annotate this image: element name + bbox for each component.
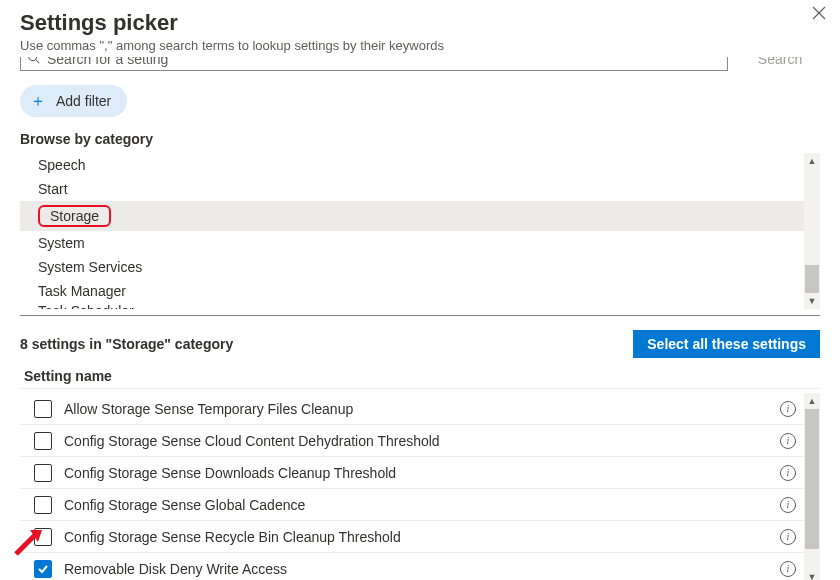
checkbox[interactable] [34,528,52,546]
svg-line-1 [36,59,40,63]
checkbox[interactable] [34,560,52,578]
setting-row[interactable]: Config Storage Sense Recycle Bin Cleanup… [20,521,804,553]
search-button[interactable]: Search [740,57,820,71]
setting-label: Config Storage Sense Cloud Content Dehyd… [64,433,768,449]
close-icon[interactable] [812,6,826,24]
category-item-system-services[interactable]: System Services [20,255,804,279]
info-icon[interactable]: i [780,529,796,545]
category-item-system[interactable]: System [20,231,804,255]
scroll-down-icon[interactable]: ▼ [804,293,820,309]
results-count: 8 settings in "Storage" category [20,336,233,352]
scrollbar-thumb[interactable] [805,265,819,293]
checkbox[interactable] [34,496,52,514]
browse-heading: Browse by category [20,131,820,147]
category-list[interactable]: Speech Start Storage System System Servi… [20,153,820,309]
page-title: Settings picker [20,10,820,36]
setting-row[interactable]: Config Storage Sense Global Cadence i [20,489,804,521]
info-icon[interactable]: i [780,561,796,577]
page-subtitle: Use commas "," among search terms to loo… [20,38,820,53]
setting-row[interactable]: Allow Storage Sense Temporary Files Clea… [20,393,804,425]
setting-label: Removable Disk Deny Write Access [64,561,768,577]
settings-scrollbar[interactable]: ▲ ▼ [804,393,820,580]
category-scrollbar[interactable]: ▲ ▼ [804,153,820,309]
info-icon[interactable]: i [780,433,796,449]
settings-list: Allow Storage Sense Temporary Files Clea… [20,393,820,580]
search-icon [27,57,41,68]
search-input-container[interactable] [20,57,728,71]
category-item-speech[interactable]: Speech [20,153,804,177]
plus-icon: ＋ [30,93,46,109]
add-filter-label: Add filter [56,93,111,109]
setting-label: Allow Storage Sense Temporary Files Clea… [64,401,768,417]
scroll-up-icon[interactable]: ▲ [804,153,820,169]
checkbox[interactable] [34,400,52,418]
select-all-button[interactable]: Select all these settings [633,330,820,358]
category-item-task-manager[interactable]: Task Manager [20,279,804,303]
info-icon[interactable]: i [780,401,796,417]
setting-row[interactable]: Config Storage Sense Downloads Cleanup T… [20,457,804,489]
checkbox[interactable] [34,464,52,482]
add-filter-button[interactable]: ＋ Add filter [20,85,127,117]
scrollbar-thumb[interactable] [805,409,819,549]
search-input[interactable] [41,57,721,70]
info-icon[interactable]: i [780,465,796,481]
setting-label: Config Storage Sense Downloads Cleanup T… [64,465,768,481]
setting-row[interactable]: Removable Disk Deny Write Access i [20,553,804,580]
category-item-task-scheduler[interactable]: Task Scheduler [20,303,804,309]
scroll-up-icon[interactable]: ▲ [804,393,820,409]
scroll-down-icon[interactable]: ▼ [804,569,820,580]
setting-label: Config Storage Sense Recycle Bin Cleanup… [64,529,768,545]
category-item-storage[interactable]: Storage [20,201,804,231]
setting-label: Config Storage Sense Global Cadence [64,497,768,513]
info-icon[interactable]: i [780,497,796,513]
setting-row[interactable]: Config Storage Sense Cloud Content Dehyd… [20,425,804,457]
divider [20,315,820,316]
category-item-start[interactable]: Start [20,177,804,201]
checkbox[interactable] [34,432,52,450]
column-header-setting-name[interactable]: Setting name [20,368,820,389]
